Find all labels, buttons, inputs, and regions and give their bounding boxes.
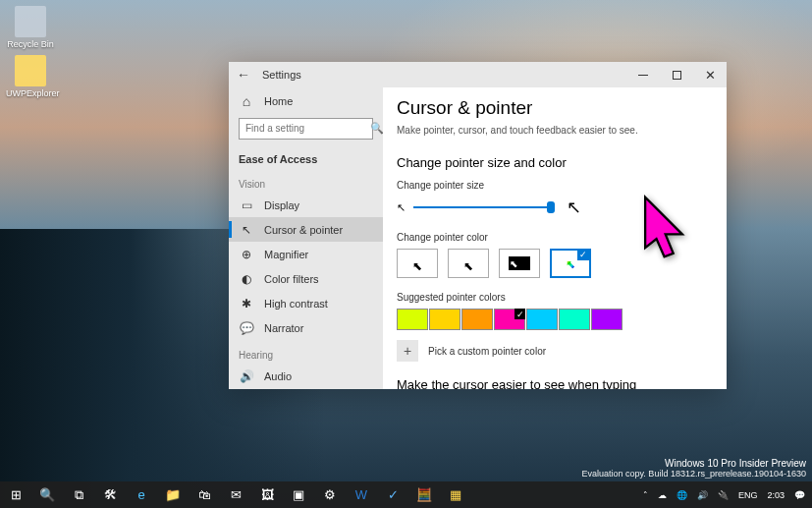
minimize-icon [638,75,648,76]
preview-cursor [638,192,697,274]
section-heading: Make the cursor easier to see when typin… [397,377,713,389]
search-icon: 🔍 [370,122,383,135]
task-view-button[interactable]: ⧉ [63,481,94,508]
tray-language[interactable]: ENG [735,490,761,500]
custom-pointer-icon [566,254,575,272]
taskbar: ⊞ 🔍 ⧉ 🛠 e 📁 🛍 ✉ 🖼 ▣ ⚙ W ✓ 🧮 ▦ ˄ ☁ 🌐 🔊 🔌 … [0,481,812,508]
add-custom-color-button[interactable]: + [397,340,418,362]
tray-power-icon[interactable]: 🔌 [715,490,731,500]
section-hearing: Hearing [229,340,383,365]
audio-icon: 🔊 [239,368,254,384]
section-heading: Change pointer size and color [397,155,713,170]
watermark-line2: Evaluation copy. Build 18312.rs_prerelea… [582,469,807,479]
sidebar-item-magnifier[interactable]: ⊕ Magnifier [229,242,383,266]
color-swatch[interactable] [526,309,558,330]
taskbar-app-edge[interactable]: e [126,481,157,508]
monitor-icon: ▭ [239,198,254,213]
sidebar-item-label: Display [264,199,299,211]
narrator-icon: 💬 [239,320,254,336]
tray-volume-icon[interactable]: 🔊 [694,490,711,500]
sidebar-item-narrator[interactable]: 💬 Narrator [229,315,383,340]
search-button[interactable]: 🔍 [31,481,63,508]
taskbar-app-store[interactable]: 🛍 [189,481,220,508]
taskbar-app-cmd[interactable]: ▣ [283,481,314,508]
white-pointer-icon [412,256,422,270]
section-vision: Vision [229,169,383,194]
system-tray: ˄ ☁ 🌐 🔊 🔌 ENG 2:03 💬 [640,490,812,500]
desktop-icon-label: UWPExplorer [6,88,55,98]
cursor-icon: ↖ [239,222,254,238]
taskbar-app-mail[interactable]: ✉ [220,481,251,508]
color-swatch[interactable] [429,309,460,330]
suggested-colors [397,309,713,330]
sidebar: Home 🔍 Ease of Access Vision ▭ Display ↖… [229,87,383,389]
category-header: Ease of Access [229,147,383,169]
color-swatch[interactable] [559,309,590,330]
recycle-bin-icon [15,6,46,37]
titlebar: ← Settings ✕ [229,62,727,87]
pointer-scheme-black[interactable] [448,249,489,278]
color-swatch[interactable] [591,309,623,330]
color-swatch[interactable] [397,309,428,330]
sidebar-item-label: Cursor & pointer [264,224,343,236]
taskbar-app-todo[interactable]: ✓ [377,481,408,508]
pointer-scheme-inverted[interactable] [499,249,540,278]
close-icon: ✕ [705,69,716,82]
magnifier-icon: ⊕ [239,247,254,262]
sidebar-item-color-filters[interactable]: ◐ Color filters [229,266,383,291]
sidebar-item-label: Magnifier [264,249,308,260]
sidebar-item-cursor-pointer[interactable]: ↖ Cursor & pointer [229,217,383,242]
watermark: Windows 10 Pro Insider Preview Evaluatio… [582,458,807,479]
close-button[interactable]: ✕ [693,62,727,87]
taskbar-app-calc[interactable]: 🧮 [408,481,440,508]
search-box[interactable]: 🔍 [239,118,373,140]
sidebar-item-audio[interactable]: 🔊 Audio [229,365,383,389]
custom-color-row: + Pick a custom pointer color [397,340,713,362]
maximize-button[interactable] [660,62,693,87]
taskbar-app-explorer[interactable]: 📁 [157,481,189,508]
tray-action-center-icon[interactable]: 💬 [791,490,808,500]
taskbar-app-notes[interactable]: ▦ [440,481,471,508]
slider-thumb[interactable] [547,201,555,213]
pointer-scheme-custom[interactable] [550,249,591,278]
tray-onedrive-icon[interactable]: ☁ [655,490,670,500]
inverted-pointer-icon [509,256,530,270]
field-label: Suggested pointer colors [397,292,713,303]
taskbar-app-settings[interactable]: ⚙ [314,481,346,508]
page-description: Make pointer, cursor, and touch feedback… [397,125,713,136]
sidebar-item-home[interactable]: Home [229,89,383,114]
taskbar-app-word[interactable]: W [346,481,377,508]
pointer-scheme-white[interactable] [397,249,438,278]
sidebar-item-label: Audio [264,370,292,382]
maximize-icon [673,71,681,80]
page-heading: Cursor & pointer [397,97,713,119]
taskbar-app-photos[interactable]: 🖼 [251,481,283,508]
sidebar-item-label: Color filters [264,273,319,285]
sidebar-item-label: Narrator [264,322,303,334]
desktop-icon-uwpexplorer[interactable]: UWPExplorer [6,55,55,98]
desktop-icon-label: Recycle Bin [6,39,55,49]
desktop-icon-recycle-bin[interactable]: Recycle Bin [6,6,55,49]
field-label: Change pointer size [397,180,713,191]
taskbar-app-tools[interactable]: 🛠 [94,481,126,508]
tray-chevron-icon[interactable]: ˄ [640,490,651,500]
start-button[interactable]: ⊞ [0,481,31,508]
color-swatch[interactable] [461,309,493,330]
tray-clock[interactable]: 2:03 [764,490,787,500]
back-button[interactable]: ← [229,62,258,87]
color-swatch[interactable] [494,309,525,330]
window-title: Settings [262,69,301,81]
contrast-icon: ✱ [239,296,254,311]
watermark-line1: Windows 10 Pro Insider Preview [582,458,807,469]
sidebar-item-high-contrast[interactable]: ✱ High contrast [229,291,383,315]
sidebar-item-label: High contrast [264,298,328,310]
pointer-size-slider[interactable] [413,206,551,208]
tray-network-icon[interactable]: 🌐 [674,490,690,500]
large-cursor-icon: ↖ [567,197,581,218]
search-input[interactable] [245,123,370,134]
custom-color-label: Pick a custom pointer color [428,346,546,357]
filter-icon: ◐ [239,271,254,287]
sidebar-item-display[interactable]: ▭ Display [229,194,383,218]
minimize-button[interactable] [626,62,660,87]
folder-icon [15,55,46,86]
